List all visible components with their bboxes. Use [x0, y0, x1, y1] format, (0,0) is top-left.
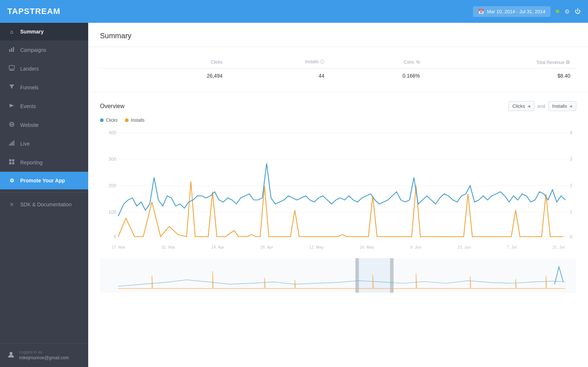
svg-rect-9	[10, 143, 11, 146]
clicks-dropdown-label: Clicks	[512, 103, 525, 109]
sidebar-item-summary[interactable]: ⌂ Summary	[0, 23, 88, 40]
sidebar-item-events[interactable]: Events	[0, 97, 88, 115]
clicks-dropdown[interactable]: Clicks ◀	[508, 101, 534, 111]
sidebar-item-website[interactable]: Website	[0, 115, 88, 134]
installs-dropdown[interactable]: Installs ◀	[548, 101, 576, 111]
chart-x-labels: 17. Mar 31. Mar 14. Apr 28. Apr 12. May …	[100, 243, 576, 249]
stats-table: Clicks Installs ⓘ Conv. % Total Revenue …	[100, 56, 576, 83]
overview-header: Overview Clicks ◀ and Installs ◀	[100, 101, 576, 111]
live-icon	[8, 140, 15, 147]
power-icon[interactable]: ⏻	[575, 8, 581, 15]
landers-icon	[8, 65, 15, 72]
x-label-4: 12. May	[309, 245, 323, 249]
installs-dropdown-label: Installs	[552, 103, 567, 109]
sidebar-label-campaigns: Campaigns	[20, 47, 46, 53]
sidebar-item-funnels[interactable]: Funnels	[0, 78, 88, 97]
x-label-1: 31. Mar	[162, 245, 175, 249]
svg-text:0: 0	[570, 234, 572, 239]
sidebar-label-funnels: Funnels	[20, 85, 39, 90]
sidebar-divider	[0, 192, 88, 193]
sidebar-item-live[interactable]: Live	[0, 134, 88, 153]
x-label-3: 28. Apr	[260, 245, 273, 249]
sidebar-item-landers[interactable]: Landers	[0, 59, 88, 78]
x-label-9: 21. Jul	[552, 245, 564, 249]
revenue-value: $8.40	[426, 68, 576, 83]
svg-rect-10	[11, 142, 12, 146]
home-icon: ⌂	[8, 29, 15, 35]
mini-chart-svg	[100, 258, 576, 293]
overview-controls: Clicks ◀ and Installs ◀	[508, 101, 576, 111]
svg-rect-14	[12, 159, 14, 161]
website-icon	[8, 121, 15, 128]
sidebar-label-live: Live	[20, 141, 30, 147]
stats-section: Clicks Installs ⓘ Conv. % Total Revenue …	[88, 47, 588, 92]
installs-col-header: Installs ⓘ	[229, 56, 330, 68]
logged-in-label: Logged in as	[19, 349, 69, 355]
clicks-col-header: Clicks	[139, 56, 229, 68]
legend-installs: Installs	[125, 118, 144, 123]
sidebar-item-sdk[interactable]: ✕ SDK & Documentation	[0, 196, 88, 213]
svg-rect-34	[355, 258, 359, 293]
logged-in-text: Logged in as mikejmunroe@gmail.com	[19, 349, 69, 361]
svg-text:2: 2	[570, 184, 572, 189]
legend-clicks-label: Clicks	[106, 118, 118, 123]
campaigns-icon	[8, 46, 15, 53]
x-label-2: 14. Apr	[211, 245, 224, 249]
clicks-dropdown-arrow: ◀	[527, 104, 530, 108]
installs-value: 44	[229, 68, 330, 83]
mini-chart-container	[100, 258, 576, 288]
sidebar-item-reporting[interactable]: Reporting	[0, 153, 88, 172]
legend-installs-label: Installs	[131, 118, 144, 123]
chart-legend: Clicks Installs	[100, 118, 576, 123]
x-label-0: 17. Mar	[112, 245, 125, 249]
sidebar-label-website: Website	[20, 122, 39, 128]
svg-text:200: 200	[108, 184, 116, 189]
funnels-icon	[8, 84, 15, 91]
settings-icon[interactable]: ⚙	[564, 8, 570, 15]
svg-rect-12	[14, 140, 14, 146]
user-icon	[7, 351, 15, 359]
status-indicator	[556, 10, 559, 13]
sidebar-label-promote: Promote Your App	[20, 178, 65, 184]
installs-info-icon[interactable]: ⓘ	[320, 59, 325, 64]
chart-svg: 400 300 200 100 0 4 3 2 1 0	[100, 129, 576, 243]
svg-rect-35	[390, 258, 393, 293]
main-content: Summary Clicks Installs ⓘ	[88, 23, 588, 367]
logo: TAPSTREAM	[7, 7, 60, 16]
x-label-5: 26. May	[360, 245, 374, 249]
legend-clicks-dot	[100, 118, 104, 122]
page-title: Summary	[100, 32, 576, 40]
x-label-7: 23. Jun	[458, 245, 471, 249]
conv-col-header: Conv. %	[330, 56, 426, 68]
x-label-8: 7. Jul	[507, 245, 516, 249]
sidebar-label-summary: Summary	[20, 29, 44, 35]
row-label	[100, 68, 139, 83]
svg-point-17	[10, 352, 12, 355]
calendar-icon: 📅	[478, 9, 484, 14]
logged-in-info: Logged in as mikejmunroe@gmail.com	[7, 349, 81, 361]
revenue-col-header: Total Revenue ⚙	[426, 56, 576, 68]
svg-rect-4	[9, 70, 14, 71]
main-chart: 400 300 200 100 0 4 3 2 1 0	[100, 129, 576, 243]
reporting-icon	[8, 159, 15, 166]
sidebar-item-campaigns[interactable]: Campaigns	[0, 40, 88, 59]
empty-col-header	[100, 56, 139, 68]
sidebar: ⌂ Summary Campaigns Landers Funnels	[0, 23, 88, 367]
sidebar-label-sdk: SDK & Documentation	[20, 202, 72, 207]
svg-rect-13	[9, 159, 11, 161]
svg-rect-36	[359, 258, 390, 293]
svg-text:1: 1	[570, 210, 572, 215]
sidebar-label-reporting: Reporting	[20, 160, 43, 165]
sidebar-label-landers: Landers	[20, 66, 39, 72]
promote-icon: ⚙	[8, 178, 15, 184]
table-settings-button[interactable]: ⚙	[566, 59, 570, 65]
legend-installs-dot	[125, 118, 129, 122]
date-range-label: Mar 10, 2014 - Jul 31, 2014	[487, 9, 545, 14]
sidebar-item-promote[interactable]: ⚙ Promote Your App	[0, 172, 88, 189]
svg-rect-33	[100, 258, 576, 293]
events-icon	[8, 103, 15, 110]
date-range-button[interactable]: 📅 Mar 10, 2014 - Jul 31, 2014	[473, 6, 551, 17]
x-label-6: 9. Jun	[410, 245, 421, 249]
conv-value: 0.166%	[330, 68, 426, 83]
svg-text:300: 300	[108, 157, 116, 162]
